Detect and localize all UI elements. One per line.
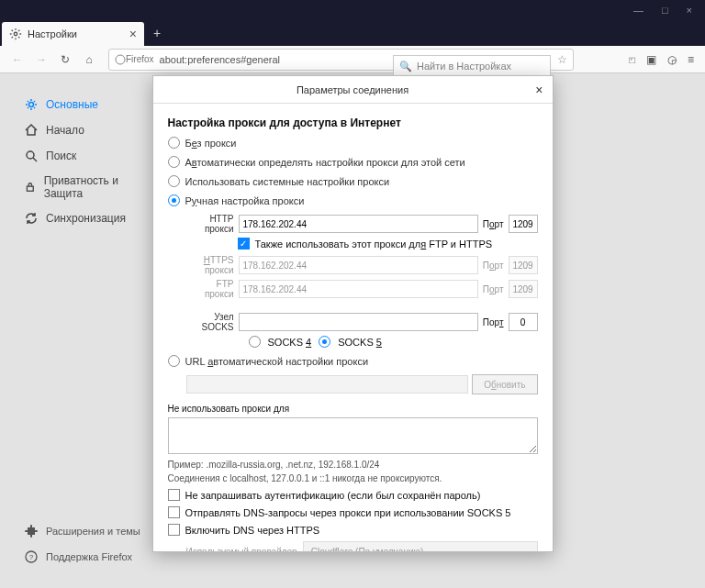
- new-tab-button[interactable]: +: [153, 26, 161, 40]
- profile-icon[interactable]: ◶: [667, 53, 677, 66]
- radio-socks4[interactable]: [249, 336, 261, 348]
- refresh-button: Обновить: [472, 374, 537, 394]
- dialog-heading: Настройка прокси для доступа в Интернет: [168, 116, 538, 129]
- svg-point-1: [116, 55, 125, 64]
- radio-no-proxy[interactable]: Без прокси: [168, 137, 538, 149]
- tab-bar: Настройки × +: [0, 20, 705, 46]
- radio-manual-proxy[interactable]: Ручная настройка прокси: [168, 194, 538, 206]
- sidebar-icon[interactable]: ▣: [646, 53, 656, 66]
- search-icon: 🔍: [399, 61, 412, 72]
- nav-bar: ← → ↻ ⌂ Firefox about:preferences#genera…: [0, 46, 705, 73]
- close-icon[interactable]: ×: [535, 83, 543, 97]
- ftp-proxy-input: [239, 280, 478, 298]
- use-for-all-checkbox[interactable]: ✓ Также использовать этот прокси для FTP…: [238, 238, 538, 250]
- dialog-header: Параметры соединения ×: [153, 76, 553, 104]
- reload-button[interactable]: ↻: [55, 50, 75, 70]
- search-placeholder: Найти в Настройках: [417, 61, 511, 72]
- tab-title: Настройки: [28, 28, 129, 39]
- home-button[interactable]: ⌂: [79, 50, 99, 70]
- window-titlebar: — □ ×: [0, 0, 705, 20]
- maximize-icon[interactable]: □: [662, 5, 668, 16]
- http-label: HTTP прокси: [186, 214, 234, 234]
- http-port-input[interactable]: [509, 215, 538, 233]
- menu-icon[interactable]: ≡: [688, 53, 694, 66]
- chevron-down-icon: ⌄: [522, 547, 530, 553]
- library-icon[interactable]: ⏍: [629, 53, 635, 66]
- minimize-icon[interactable]: —: [633, 5, 643, 16]
- bookmark-star-icon[interactable]: ☆: [557, 53, 567, 66]
- radio-system-proxy[interactable]: Использовать системные настройки прокси: [168, 175, 538, 187]
- ftp-port-input: [509, 280, 538, 298]
- radio-socks5[interactable]: [319, 336, 330, 348]
- http-proxy-input[interactable]: [239, 215, 478, 233]
- close-window-icon[interactable]: ×: [687, 5, 692, 16]
- provider-label: Используемый провайдер: [186, 547, 297, 553]
- url-identity: Firefox: [126, 54, 154, 64]
- pac-url-input: [186, 375, 469, 394]
- localhost-note: Соединения с localhost, 127.0.0.1 и ::1 …: [168, 473, 538, 483]
- no-proxy-input[interactable]: [168, 417, 538, 454]
- checkbox-icon: ✓: [238, 238, 250, 250]
- socks-proxy-input[interactable]: [239, 313, 478, 331]
- no-proxy-label: Не использовать прокси для: [168, 404, 538, 414]
- firefox-icon: [115, 54, 126, 65]
- socks-label: Узел SOCKS: [186, 312, 234, 332]
- svg-point-0: [14, 32, 17, 36]
- ftp-label: FTP прокси: [186, 279, 234, 299]
- https-proxy-input: [239, 256, 478, 274]
- back-button[interactable]: ←: [7, 50, 28, 70]
- provider-select: Cloudflare (По умолчанию) ⌄: [303, 541, 538, 552]
- close-tab-icon[interactable]: ×: [129, 27, 137, 41]
- connection-settings-dialog: Параметры соединения × Настройка прокси …: [152, 75, 554, 552]
- dialog-overlay: Параметры соединения × Настройка прокси …: [0, 73, 705, 588]
- no-auth-checkbox[interactable]: Не запрашивать аутентификацию (если был …: [168, 489, 538, 501]
- socks-port-input[interactable]: [509, 313, 538, 331]
- forward-button[interactable]: →: [31, 50, 51, 70]
- example-text: Пример: .mozilla-russia.org, .net.nz, 19…: [168, 460, 538, 470]
- browser-tab[interactable]: Настройки ×: [2, 22, 144, 46]
- radio-auto-url[interactable]: URL автоматической настройки прокси: [168, 355, 538, 367]
- radio-auto-detect[interactable]: Автоматически определять настройки прокс…: [168, 156, 538, 168]
- dns-socks-checkbox[interactable]: Отправлять DNS-запросы через прокси при …: [168, 506, 538, 518]
- dialog-title: Параметры соединения: [297, 84, 408, 95]
- doh-checkbox[interactable]: Включить DNS через HTTPS: [168, 524, 538, 536]
- https-port-input: [509, 256, 538, 274]
- gear-icon: [9, 28, 22, 40]
